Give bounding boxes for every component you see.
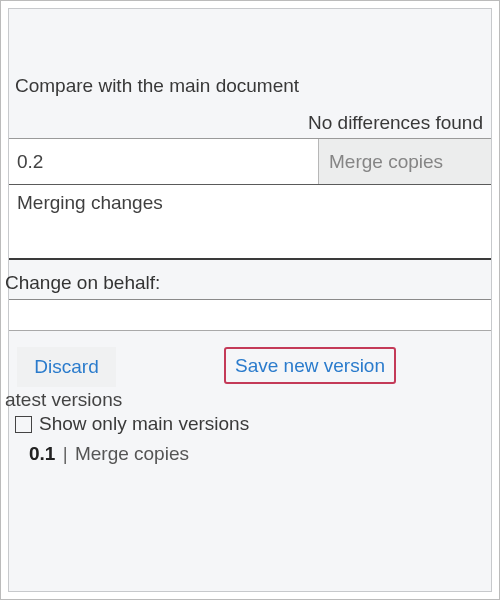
- show-only-main-checkbox[interactable]: [15, 416, 32, 433]
- merging-changes-label: Merging changes: [17, 192, 163, 213]
- latest-versions-label: atest versions: [5, 389, 122, 411]
- version-description: Merge copies: [75, 443, 189, 464]
- merging-changes-area: Merging changes: [9, 185, 491, 260]
- window-frame: Compare with the main document No differ…: [0, 0, 500, 600]
- panel: Compare with the main document No differ…: [8, 8, 492, 592]
- show-only-main-label: Show only main versions: [39, 413, 249, 435]
- compare-label: Compare with the main document: [15, 75, 299, 97]
- version-merge-row: Merge copies: [9, 138, 491, 185]
- change-on-behalf-label: Change on behalf:: [5, 272, 160, 294]
- version-separator: |: [61, 443, 70, 464]
- save-new-version-button[interactable]: Save new version: [224, 347, 396, 384]
- version-input[interactable]: [9, 139, 319, 184]
- discard-button[interactable]: Discard: [17, 347, 116, 387]
- version-list-item[interactable]: 0.1 | Merge copies: [29, 443, 189, 465]
- action-buttons-row: Discard Save new version: [9, 347, 491, 387]
- merge-copies-button[interactable]: Merge copies: [319, 139, 491, 184]
- version-number: 0.1: [29, 443, 55, 464]
- change-on-behalf-input[interactable]: [9, 299, 491, 331]
- show-only-main-row[interactable]: Show only main versions: [15, 413, 249, 435]
- no-differences-text: No differences found: [308, 112, 483, 134]
